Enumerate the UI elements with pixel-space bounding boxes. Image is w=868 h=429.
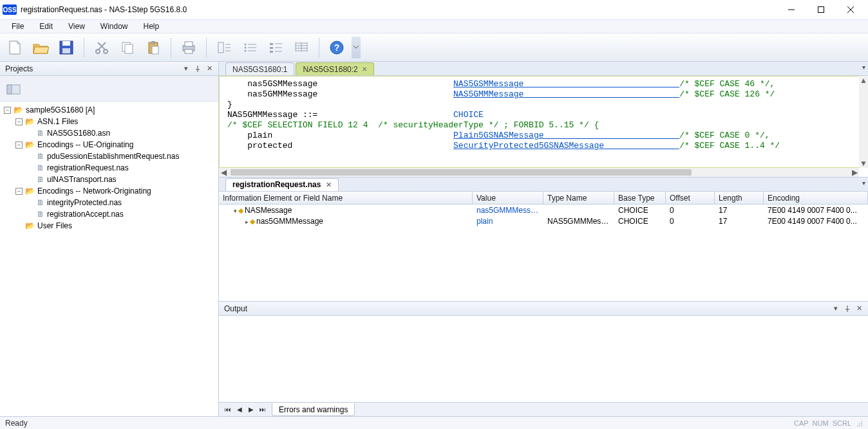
code-editor[interactable]: nas5GSMMessage NAS5GSMMessage /* $CEF CA… [219,76,868,178]
tree-item[interactable]: −📂Encodings -- UE-Originating [0,139,218,151]
menu-edit[interactable]: Edit [33,21,59,32]
new-button[interactable] [4,37,26,59]
tree-label: sample5GS1680 [A] [26,105,95,114]
cell-encoding: 7E00 4149 0007 F400 0... [764,206,868,215]
save-button[interactable] [55,37,77,59]
status-bar: Ready CAP NUM SCRL [0,416,868,429]
menu-help[interactable]: Help [137,21,166,32]
tree-item[interactable]: 📂User Files [0,220,218,232]
column-header[interactable]: Offset [666,192,715,204]
print-button[interactable] [178,37,200,59]
paste-button[interactable] [142,37,164,59]
table-header: Information Element or Field Name Value … [219,192,868,205]
menu-view[interactable]: View [62,21,91,32]
tree-expander[interactable]: − [15,188,23,195]
layout1-button[interactable] [213,37,235,59]
tree-item[interactable]: 🗎registrationRequest.nas [0,162,218,174]
code-tab-inactive[interactable]: NAS5GS1680:1 [225,62,294,75]
nav-first-icon[interactable]: ⏮ [223,405,233,415]
horizontal-scrollbar[interactable]: ◀ ▶ [219,168,859,177]
vertical-scrollbar[interactable]: ▲ ▼ [859,76,868,168]
column-header[interactable]: Base Type [614,192,666,204]
cell-offset: 0 [666,217,715,226]
nav-next-icon[interactable]: ▶ [246,405,256,415]
open-button[interactable] [30,37,52,59]
tree-item[interactable]: −📂Encodings -- Network-Originating [0,185,218,197]
scroll-right-icon[interactable]: ▶ [850,168,859,177]
close-icon[interactable]: ✕ [362,66,367,73]
cut-button[interactable] [91,37,113,59]
panel-pin-icon[interactable] [842,304,853,314]
toolbar-separator [319,38,319,57]
decode-tab[interactable]: registrationRequest.nas ✕ [225,178,339,191]
scroll-thumb[interactable] [231,169,692,176]
column-header[interactable]: Encoding [764,192,868,204]
tab-dropdown-icon[interactable]: ▾ [862,179,865,187]
column-header[interactable]: Type Name [543,192,614,204]
menu-window[interactable]: Window [94,21,135,32]
layout3-button[interactable] [265,37,287,59]
tree-item[interactable]: 🗎pduSessionEstablishmentRequest.nas [0,151,218,162]
scroll-left-icon[interactable]: ◀ [219,168,228,177]
svg-rect-27 [270,43,273,45]
tree-expander[interactable]: − [15,141,23,149]
panel-dropdown-icon[interactable]: ▾ [831,304,841,314]
tree-label: registrationAccept.nas [47,210,124,219]
scroll-up-icon[interactable]: ▲ [859,76,868,85]
panel-pin-icon[interactable] [193,64,203,74]
tree-expander[interactable]: − [15,118,23,125]
code-tab-label: NAS5GS1680:1 [232,65,287,74]
output-body[interactable] [219,316,868,402]
close-icon[interactable]: ✕ [326,181,332,189]
tree-item[interactable]: −📂ASN.1 Files [0,116,218,127]
decode-table[interactable]: Information Element or Field Name Value … [219,192,868,301]
minimize-button[interactable] [777,0,806,19]
table-row[interactable]: ▾◆NASMessagenas5GMMMessa...CHOICE0177E00… [219,205,868,215]
panel-dropdown-icon[interactable]: ▾ [181,64,191,74]
tab-dropdown-icon[interactable]: ▾ [862,64,865,71]
help-button[interactable]: ? [326,37,348,59]
column-header[interactable]: Length [715,192,764,204]
decode-tab-label: registrationRequest.nas [232,180,321,189]
layout4-button[interactable] [290,37,312,59]
svg-rect-16 [185,50,193,53]
node-icon: ◆ [250,217,255,225]
row-expander[interactable]: ▸ [243,219,250,225]
nav-last-icon[interactable]: ⏭ [258,405,268,415]
copy-button[interactable] [117,37,138,59]
projects-tool-button[interactable] [4,79,23,98]
cell-length: 17 [715,217,764,226]
tree-item[interactable]: −📂sample5GS1680 [A] [0,104,218,116]
file-icon: 🗎 [37,163,44,172]
resize-grip-icon[interactable] [855,419,863,427]
column-header[interactable]: Value [473,192,543,204]
svg-rect-29 [270,51,273,53]
table-row[interactable]: ▸◆nas5GMMMessageplainNAS5GMMMess...CHOIC… [219,215,868,226]
maximize-button[interactable] [806,0,836,19]
code-tab-label: NAS5GS1680:2 [303,65,357,74]
tree-item[interactable]: 🗎ulNASTransport.nas [0,174,218,185]
tree-expander [27,211,34,218]
tree-expander[interactable]: − [4,107,11,114]
projects-title: Projects [5,64,33,73]
panel-close-icon[interactable]: ✕ [854,304,864,314]
nav-prev-icon[interactable]: ◀ [234,405,245,415]
close-button[interactable] [836,0,865,19]
cell-base: CHOICE [614,217,666,226]
svg-rect-12 [151,41,155,44]
toolbar-overflow[interactable] [352,37,361,59]
panel-close-icon[interactable]: ✕ [204,64,214,74]
menu-bar: File Edit View Window Help [0,19,868,33]
layout2-button[interactable] [239,37,261,59]
scroll-down-icon[interactable]: ▼ [859,159,868,168]
row-expander[interactable]: ▾ [232,208,238,214]
tree-item[interactable]: 🗎registrationAccept.nas [0,208,218,220]
projects-tree[interactable]: −📂sample5GS1680 [A]−📂ASN.1 Files🗎NAS5GS1… [0,102,218,416]
code-tab-active[interactable]: NAS5GS1680:2 ✕ [296,62,373,75]
column-header[interactable]: Information Element or Field Name [219,192,473,204]
menu-file[interactable]: File [5,21,30,32]
errors-tab[interactable]: Errors and warnings [272,403,355,416]
tree-item[interactable]: 🗎integrityProtected.nas [0,197,218,208]
tree-item[interactable]: 🗎NAS5GS1680.asn [0,127,218,139]
status-scrl: SCRL [833,419,851,427]
